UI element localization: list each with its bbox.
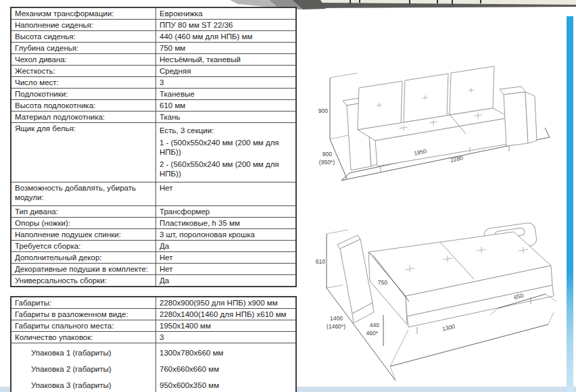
- dim-label-total-length: 2280: [450, 154, 464, 164]
- spec-label: Глубина сиденья:: [11, 43, 156, 53]
- table-row: Материал подлокотника:Ткань: [11, 111, 295, 122]
- dim-label-depth-alt: (950*): [319, 159, 335, 166]
- table-row: Количество упаковок:3: [11, 331, 295, 343]
- table-row: Глубина сиденья:750 мм: [11, 42, 295, 53]
- dims-label: Количество упаковок:: [11, 332, 156, 343]
- package-label: Упаковка 2 (габариты): [15, 362, 153, 376]
- spec-label: Наполнение сиденья:: [11, 20, 156, 30]
- spec-label: Чехол дивана:: [11, 54, 156, 65]
- spec-value: Тканевые: [156, 89, 295, 99]
- packages-values: 1300x780x660 мм 760x660x660 мм 950x600x3…: [156, 343, 295, 392]
- spec-value: 440 (460 мм для НПБ) мм: [156, 31, 295, 42]
- table-row: Высота сиденья:440 (460 мм для НПБ) мм: [11, 30, 295, 42]
- table-row: Габариты спального места:1950x1400 мм: [11, 320, 295, 331]
- package-value: 760x660x660 мм: [160, 362, 293, 376]
- dim-label-section-length: 1300: [441, 323, 456, 333]
- spec-value: 3: [156, 77, 295, 88]
- clipped-title-fragment: [350, 0, 351, 3]
- package-label: Упаковка 3 (габариты): [15, 378, 153, 392]
- table-row: Тип дивана:Трансформер: [11, 205, 295, 217]
- spec-value: 750 мм: [156, 43, 295, 53]
- table-row: Число мест:3: [11, 76, 295, 88]
- spec-value: Нет: [156, 182, 295, 205]
- packages-labels: Упаковка 1 (габариты) Упаковка 2 (габари…: [11, 343, 156, 392]
- dims-value: 2280x1400(1460 для НПБ) х610 мм: [156, 309, 295, 320]
- table-gap: [10, 287, 297, 296]
- spec-label: Высота сиденья:: [11, 31, 156, 42]
- spec-label: Возможность добавлять, убирать модули:: [11, 182, 156, 205]
- table-row: Требуется сборка:Да: [11, 240, 295, 251]
- table-row: Наполнение сиденья:ППУ 80 мм ST 22/36: [11, 19, 295, 30]
- table-row: Габариты в разложенном виде:2280x1400(14…: [11, 308, 295, 320]
- table-row: Опоры (ножки):Пластиковые, h 35 мм: [11, 217, 295, 228]
- dims-label: Габариты:: [11, 297, 156, 308]
- clipped-title-fragment: [359, 0, 360, 3]
- spec-label: Декоративные подушки в комплекте:: [11, 264, 156, 274]
- spec-value: 3 шт, поролоновая крошка: [156, 229, 295, 240]
- spec-value: Да: [156, 275, 295, 286]
- spec-value: Несъёмный, тканевый: [156, 54, 295, 65]
- spec-value: Трансформер: [156, 206, 295, 217]
- table-row: Высота подлокотника:610 мм: [11, 99, 295, 111]
- dims-label: Габариты в разложенном виде:: [11, 309, 156, 320]
- dim-label-back-height: 900: [318, 107, 328, 114]
- table-row: Универсальность сборки:Да: [11, 274, 295, 286]
- table-row-laundry-box: Ящик для белья: Есть, 3 секции: 1 - (500…: [11, 122, 295, 182]
- dims-label: Габариты спального места:: [11, 320, 156, 331]
- spec-label: Тип дивана:: [11, 206, 156, 217]
- spec-label: Дополнительный декор:: [11, 252, 156, 263]
- spec-label: Опоры (ножки):: [11, 218, 156, 228]
- table-row: Жесткость:Средняя: [11, 65, 295, 76]
- clipped-title-fragment: [452, 0, 453, 4]
- laundry-line: Есть, 3 секции:: [160, 126, 293, 135]
- spec-label: Высота подлокотника:: [11, 100, 156, 111]
- spec-label: Подлокотники:: [11, 89, 156, 99]
- table-row: Декоративные подушки в комплекте:Нет: [11, 263, 295, 274]
- sofa-folded-diagram: 900 900 (950*) 1950 2280: [308, 46, 571, 185]
- spec-label: Число мест:: [11, 77, 156, 88]
- spec-label: Материал подлокотника:: [11, 112, 156, 122]
- spec-table: Механизм трансформации:Еврокнижка Наполн…: [10, 7, 297, 287]
- laundry-line: 2 - (560x550x240 мм (200 мм для НПБ)): [160, 160, 293, 178]
- dims-value: 1950x1400 мм: [156, 320, 295, 331]
- table-row: Чехол дивана:Несъёмный, тканевый: [11, 53, 295, 65]
- spec-value: Да: [156, 241, 295, 251]
- spec-value: Нет: [156, 252, 295, 263]
- spec-value: 610 мм: [156, 100, 295, 111]
- package-value: 1300x780x660 мм: [160, 346, 293, 360]
- clipped-title-fragment: [437, 0, 438, 3]
- spec-label: Жесткость:: [11, 66, 156, 76]
- dim-label-depth: 900: [322, 151, 332, 157]
- dimensions-table: Габариты:2280x900(950 для НПБ) х900 мм Г…: [10, 296, 297, 392]
- table-row: Дополнительный декор:Нет: [11, 251, 295, 263]
- dim-label-seat-height: 440: [370, 322, 379, 328]
- spec-value: Есть, 3 секции: 1 - (500x550x240 мм (200…: [156, 123, 295, 182]
- spec-value: ППУ 80 мм ST 22/36: [156, 20, 295, 30]
- table-row: Наполнение подушек спинки:3 шт, поролоно…: [11, 228, 295, 240]
- spec-label: Универсальность сборки:: [11, 275, 156, 286]
- spec-value: Еврокнижка: [156, 8, 295, 19]
- table-row-packages: Упаковка 1 (габариты) Упаковка 2 (габари…: [11, 343, 295, 392]
- package-value: 950x600x350 мм: [160, 378, 293, 392]
- document-column: Механизм трансформации:Еврокнижка Наполн…: [10, 7, 297, 392]
- spec-value: Ткань: [156, 112, 295, 122]
- spec-label: Наполнение подушек спинки:: [11, 229, 156, 240]
- spec-label: Ящик для белья:: [11, 123, 156, 182]
- clipped-title-fragment: [480, 0, 481, 3]
- laundry-line: 1 - (500x550x240 мм (200 мм для НПБ)): [160, 138, 293, 157]
- package-label: Упаковка 1 (габариты): [15, 346, 153, 360]
- table-row: Подлокотники:Тканевые: [11, 88, 295, 99]
- sofa-unfolded-diagram: 610 1400 (1460*) 750 440 460* 1300 650: [308, 222, 571, 387]
- table-row: Габариты:2280x900(950 для НПБ) х900 мм: [11, 297, 295, 308]
- spec-label: Требуется сборка:: [11, 241, 156, 251]
- spec-value: Нет: [156, 264, 295, 274]
- dim-label-seat-height-alt: 460*: [366, 330, 379, 337]
- spec-value: Пластиковые, h 35 мм: [156, 218, 295, 228]
- dim-label-back-height: 610: [316, 258, 325, 265]
- dim-label-seat-depth: 750: [378, 279, 387, 286]
- spec-value: Средняя: [156, 66, 295, 76]
- table-row: Механизм трансформации:Еврокнижка: [11, 8, 295, 19]
- table-row-modules: Возможность добавлять, убирать модули: Н…: [11, 182, 295, 205]
- dims-value: 2280x900(950 для НПБ) х900 мм: [156, 297, 295, 308]
- dim-label-unfolded-depth: 1400: [330, 315, 343, 322]
